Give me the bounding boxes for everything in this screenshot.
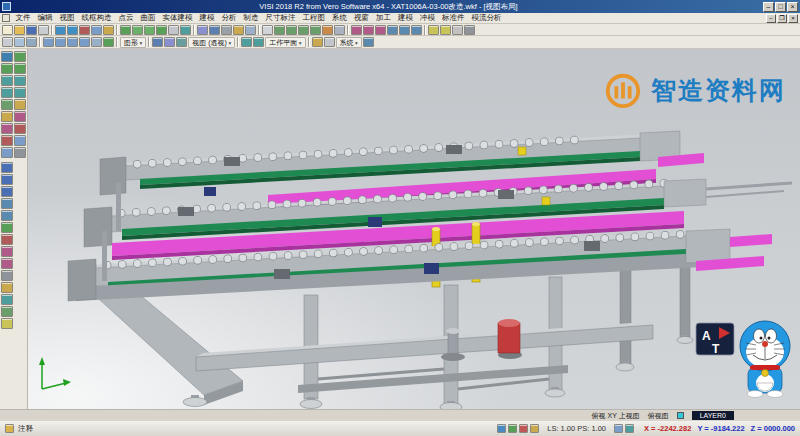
menu-item[interactable]: 视窗	[351, 13, 373, 23]
ortho-toggle-icon[interactable]	[508, 424, 517, 433]
array-icon[interactable]	[411, 25, 422, 35]
annotation-tab[interactable]: 注释	[18, 424, 33, 434]
dimension-icon[interactable]	[440, 25, 451, 35]
minimize-button[interactable]: –	[763, 2, 774, 12]
offset-icon[interactable]	[14, 99, 26, 110]
zoom-in-icon[interactable]	[132, 25, 143, 35]
save-icon[interactable]	[26, 25, 37, 35]
menu-item[interactable]: 文件	[12, 13, 34, 23]
cut-icon[interactable]	[79, 25, 90, 35]
menu-item[interactable]: 尺寸标注	[262, 13, 299, 23]
rectangle-icon[interactable]	[1, 75, 13, 86]
measure-icon[interactable]	[428, 25, 439, 35]
menu-item[interactable]: 分析	[218, 13, 240, 23]
solid-tool-icon[interactable]	[334, 25, 345, 35]
view-front-icon[interactable]	[67, 37, 78, 47]
arc-tool-icon[interactable]	[286, 25, 297, 35]
workplane-align-icon[interactable]	[253, 37, 264, 47]
view-side-icon[interactable]	[79, 37, 90, 47]
boolean-subtract-icon[interactable]	[1, 234, 13, 245]
chamfer-solid-icon[interactable]	[1, 258, 13, 269]
selection-filter-icon[interactable]	[14, 37, 25, 47]
help-icon[interactable]	[363, 37, 374, 47]
menu-item[interactable]: 标准件	[439, 13, 469, 23]
calculator-icon[interactable]	[324, 37, 335, 47]
menu-item[interactable]: 线框构造	[78, 13, 115, 23]
point-tool-icon[interactable]	[262, 25, 273, 35]
view-iso-icon[interactable]	[43, 37, 54, 47]
menu-item[interactable]: 冲模	[417, 13, 439, 23]
join-icon[interactable]	[14, 135, 26, 146]
extend-icon[interactable]	[1, 123, 13, 134]
line-tool-icon[interactable]	[274, 25, 285, 35]
menu-item[interactable]: 编辑	[34, 13, 56, 23]
note-icon[interactable]	[5, 424, 14, 433]
spline-icon[interactable]	[1, 99, 13, 110]
transform-icon[interactable]	[14, 147, 26, 158]
line-icon[interactable]	[1, 63, 13, 74]
print-icon[interactable]	[38, 25, 49, 35]
new-file-icon[interactable]	[2, 25, 13, 35]
workplane-dropdown[interactable]: 工作平面	[265, 37, 305, 48]
hide-entity-icon[interactable]	[221, 25, 232, 35]
menu-item[interactable]: 点云	[115, 13, 137, 23]
system-settings-icon[interactable]	[312, 37, 323, 47]
ellipse-icon[interactable]	[14, 87, 26, 98]
rotate-view-icon[interactable]	[180, 25, 191, 35]
view-refresh-icon[interactable]	[103, 37, 114, 47]
boolean-add-icon[interactable]	[1, 222, 13, 233]
sweep-icon[interactable]	[1, 186, 13, 197]
extrude-icon[interactable]	[1, 162, 13, 173]
point-icon[interactable]	[14, 51, 26, 62]
curve-tool-icon[interactable]	[310, 25, 321, 35]
chamfer-icon[interactable]	[375, 25, 386, 35]
polyline-icon[interactable]	[14, 63, 26, 74]
units-icon[interactable]	[614, 424, 623, 433]
plane-icon[interactable]	[1, 294, 13, 305]
workplane-indicator[interactable]: 俯视 XY 上视图	[592, 411, 640, 421]
perspective-icon[interactable]	[176, 37, 187, 47]
workplane-status-icon[interactable]	[625, 424, 634, 433]
menu-item[interactable]: 模流分析	[468, 13, 505, 23]
break-icon[interactable]	[1, 135, 13, 146]
menu-item[interactable]: 实体建模	[159, 13, 196, 23]
measure-3d-icon[interactable]	[1, 318, 13, 329]
view-indicator[interactable]: 俯视图	[648, 411, 669, 421]
wireframe-mode-icon[interactable]	[197, 25, 208, 35]
copy-icon[interactable]	[91, 25, 102, 35]
zoom-fit-icon[interactable]	[120, 25, 131, 35]
mask-icon[interactable]	[26, 37, 37, 47]
surface-tool-icon[interactable]	[322, 25, 333, 35]
fillet-icon[interactable]	[363, 25, 374, 35]
layer-manager-icon[interactable]	[530, 424, 539, 433]
close-button[interactable]: ×	[787, 2, 798, 12]
menu-item[interactable]: 工程图	[299, 13, 329, 23]
undo-icon[interactable]	[55, 25, 66, 35]
maximize-button[interactable]: □	[775, 2, 786, 12]
view-orientation-icon[interactable]: A T	[696, 323, 734, 356]
menu-item[interactable]: 建模	[196, 13, 218, 23]
group-icon[interactable]	[1, 147, 13, 158]
pan-icon[interactable]	[168, 25, 179, 35]
hidden-line-icon[interactable]	[164, 37, 175, 47]
grid-icon[interactable]	[245, 25, 256, 35]
menu-item[interactable]: 视图	[56, 13, 78, 23]
menu-item[interactable]: 建模	[395, 13, 417, 23]
workplane-icon[interactable]	[241, 37, 252, 47]
circle-tool-icon[interactable]	[298, 25, 309, 35]
menu-item[interactable]: 系统	[329, 13, 351, 23]
shaded-mode-icon[interactable]	[209, 25, 220, 35]
mirror-icon[interactable]	[387, 25, 398, 35]
project-icon[interactable]	[1, 111, 13, 122]
view-previous-icon[interactable]	[91, 37, 102, 47]
menu-item[interactable]: 加工	[373, 13, 395, 23]
move-icon[interactable]	[399, 25, 410, 35]
view-top-icon[interactable]	[55, 37, 66, 47]
menu-item[interactable]: 曲面	[137, 13, 159, 23]
zoom-window-icon[interactable]	[156, 25, 167, 35]
mdi-minimize-button[interactable]: –	[766, 14, 776, 23]
annotation-tool-icon[interactable]	[452, 25, 463, 35]
pattern-icon[interactable]	[1, 282, 13, 293]
hole-icon[interactable]	[1, 270, 13, 281]
arc-icon[interactable]	[1, 87, 13, 98]
